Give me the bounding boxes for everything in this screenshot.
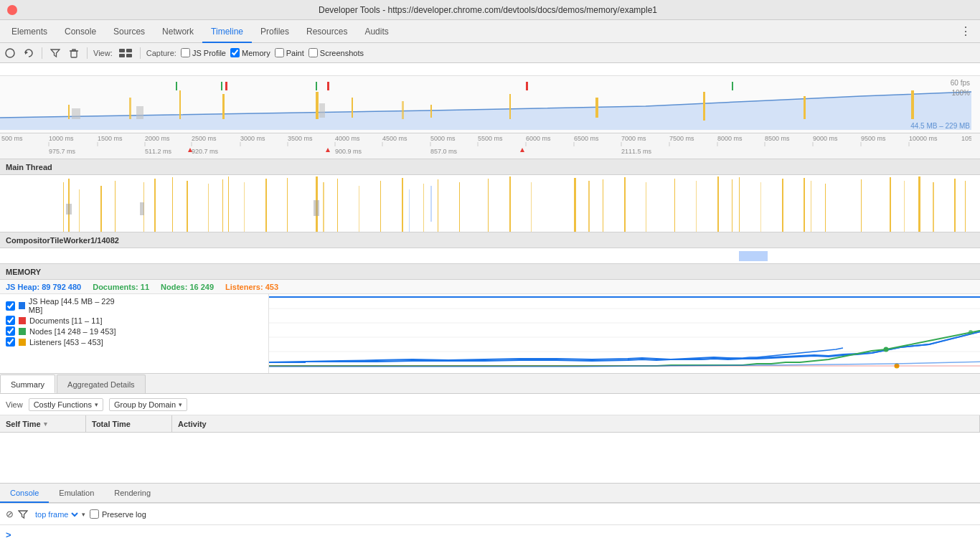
compositor-header: CompositorTileWorker1/14082 [0,232,980,248]
nodes-legend[interactable]: Nodes [14 248 – 19 453] [6,326,119,336]
filter-icon[interactable] [18,509,28,519]
summary-tab[interactable]: Summary [0,375,55,393]
data-table: Self Time ▾ Total Time Activity [0,415,980,483]
tab-timeline[interactable]: Timeline [202,20,252,43]
emulation-tab[interactable]: Emulation [49,483,104,503]
clear-button[interactable] [67,46,81,60]
console-caret[interactable]: > [0,524,980,545]
svg-rect-35 [352,98,353,118]
svg-rect-44 [136,106,143,119]
svg-rect-2 [71,51,77,57]
group-by-domain-arrow: ▾ [179,401,182,408]
svg-rect-113 [228,176,229,232]
tab-sources[interactable]: Sources [105,20,154,43]
memory-header: MEMORY [0,264,980,280]
console-tab[interactable]: Console [0,483,49,503]
documents-stat: Documents: 11 [93,283,149,291]
svg-rect-123 [423,184,424,232]
record-button[interactable] [3,46,17,60]
group-by-domain-dropdown[interactable]: Group by Domain ▾ [109,398,187,411]
total-time-header[interactable]: Total Time [86,415,172,432]
nodes-toggle[interactable] [6,326,15,336]
tab-elements[interactable]: Elements [3,20,56,43]
documents-legend[interactable]: Documents [11 – 11] [6,316,119,325]
close-button[interactable]: × [7,5,17,15]
paint-checkbox[interactable]: Paint [275,48,304,57]
svg-rect-50 [221,82,222,90]
svg-rect-47 [327,82,329,90]
view-label: View: [93,49,113,57]
compositor-content[interactable] [0,248,980,264]
js-heap-label: JS Heap [44.5 MB – 229 MB] [29,297,119,314]
svg-rect-6 [126,54,132,57]
svg-text:6500 ms: 6500 ms [574,135,599,142]
svg-rect-135 [646,182,646,232]
svg-rect-105 [100,186,102,232]
tab-console[interactable]: Console [56,20,105,43]
svg-rect-124 [438,179,438,232]
costly-functions-dropdown[interactable]: Costly Functions ▾ [29,398,103,411]
window-title: Developer Tools - https://developer.chro… [319,5,657,15]
js-profile-checkbox[interactable]: JS Profile [181,48,226,57]
self-time-header[interactable]: Self Time ▾ [0,415,86,432]
svg-rect-139 [732,179,732,232]
listeners-legend[interactable]: Listeners [453 – 453] [6,337,119,347]
svg-rect-116 [287,178,288,232]
svg-text:8000 ms: 8000 ms [717,135,743,142]
timeline-ruler-top: /* ruler ticks drawn inline */ 500 ms100… [0,63,980,76]
nodes-color [19,328,26,335]
svg-rect-43 [72,108,80,119]
svg-rect-146 [861,179,862,232]
svg-rect-39 [595,98,598,118]
aggregated-tab[interactable]: Aggregated Details [57,375,146,393]
memory-chart-area[interactable] [268,294,980,373]
rendering-tab[interactable]: Rendering [104,483,161,503]
svg-rect-42 [911,90,914,119]
svg-rect-151 [954,179,956,232]
screenshots-input[interactable] [308,48,318,57]
svg-rect-126 [430,186,432,222]
svg-text:3500 ms: 3500 ms [288,135,313,142]
svg-rect-52 [732,82,733,90]
memory-input[interactable] [230,48,240,57]
frame-dropdown-arrow: ▾ [82,511,85,518]
tab-profiles[interactable]: Profiles [252,20,298,43]
js-heap-toggle[interactable] [6,301,15,311]
stop-icon[interactable]: ⊘ [6,509,14,519]
svg-rect-131 [574,178,576,232]
paint-input[interactable] [275,48,284,57]
pct-label: 100% [951,89,970,97]
svg-rect-120 [359,186,359,232]
preserve-log-label[interactable]: Preserve log [90,509,146,519]
svg-rect-130 [531,182,532,232]
frame-select[interactable]: top frame [32,509,80,519]
svg-rect-128 [488,179,489,232]
svg-text:4500 ms: 4500 ms [382,135,407,142]
tab-resources[interactable]: Resources [298,20,356,43]
reload-button[interactable] [22,46,36,60]
documents-toggle[interactable] [6,316,15,325]
svg-text:9000 ms: 9000 ms [813,135,838,142]
svg-rect-149 [918,176,920,232]
listeners-toggle[interactable] [6,337,15,347]
tab-network[interactable]: Network [154,20,202,43]
screenshots-checkbox[interactable]: Screenshots [308,48,364,57]
js-profile-input[interactable] [181,48,190,57]
view-icon[interactable] [117,46,134,60]
memory-checkbox[interactable]: Memory [230,48,270,57]
activity-header[interactable]: Activity [172,415,980,432]
svg-marker-79 [326,148,330,152]
svg-rect-141 [760,182,761,232]
filter-button[interactable] [48,46,62,60]
more-tabs-button[interactable]: ⋮ [954,20,977,43]
svg-text:6000 ms: 6000 ms [526,135,551,142]
nodes-stat: Nodes: 16 249 [161,283,214,291]
nav-tabs: Elements Console Sources Network Timelin… [0,20,980,43]
timeline-overview[interactable]: 60 fps 100% 44.5 MB – 229 MB [0,76,980,133]
tab-audits[interactable]: Audits [356,20,397,43]
js-heap-legend[interactable]: JS Heap [44.5 MB – 229 MB] [6,297,119,314]
svg-rect-137 [696,181,697,232]
svg-line-170 [893,362,980,364]
main-thread-content[interactable] [0,175,980,232]
preserve-log-checkbox[interactable] [90,509,99,519]
